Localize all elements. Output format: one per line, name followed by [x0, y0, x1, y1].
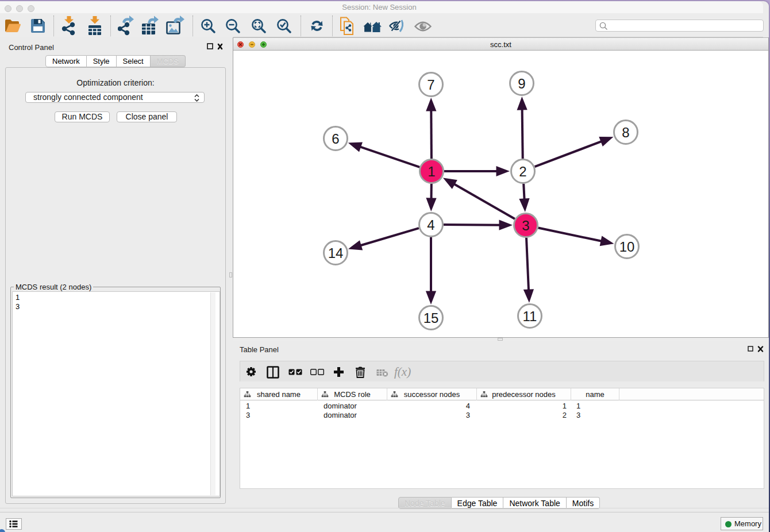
svg-text:1: 1	[428, 164, 435, 179]
svg-text:4: 4	[427, 217, 434, 233]
svg-text:14: 14	[328, 245, 344, 261]
svg-text:8: 8	[622, 125, 629, 140]
svg-text:7: 7	[427, 77, 434, 92]
svg-text:15: 15	[424, 310, 439, 326]
svg-text:11: 11	[523, 309, 537, 324]
svg-text:6: 6	[332, 131, 339, 147]
svg-text:9: 9	[518, 76, 525, 91]
svg-text:10: 10	[619, 239, 635, 255]
svg-text:3: 3	[522, 218, 529, 233]
svg-text:2: 2	[519, 164, 526, 179]
